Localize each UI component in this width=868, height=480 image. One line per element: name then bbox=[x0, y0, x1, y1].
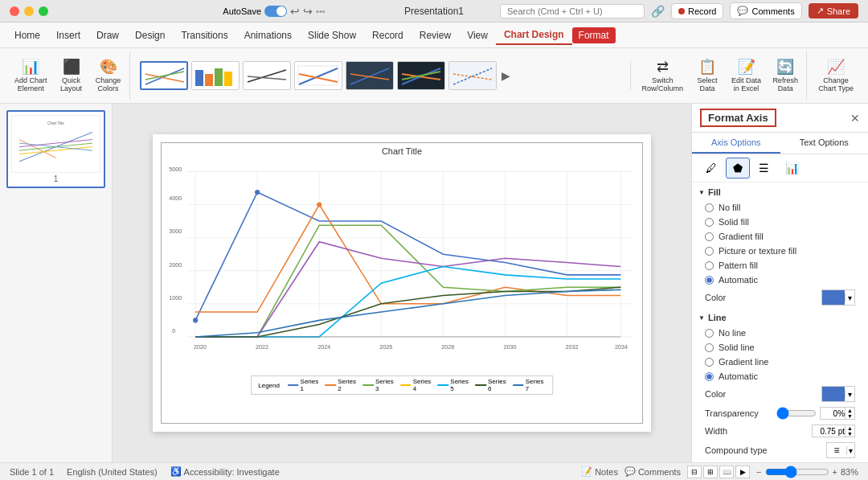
compound-type-arrow[interactable]: ▾ bbox=[846, 446, 854, 455]
comments-statusbar-button[interactable]: 💬 Comments bbox=[624, 466, 681, 477]
fill-automatic-radio[interactable] bbox=[705, 276, 714, 285]
view-buttons: ⊟ ⊞ 📖 ▶ bbox=[687, 466, 750, 478]
maximize-button[interactable] bbox=[39, 6, 48, 16]
panel-tab-text-options[interactable]: Text Options bbox=[780, 133, 869, 154]
panel-close-button[interactable]: ✕ bbox=[850, 112, 860, 125]
width-value-field[interactable] bbox=[813, 427, 845, 436]
transparency-value-field[interactable] bbox=[821, 409, 845, 418]
line-gradient-radio[interactable] bbox=[705, 358, 714, 367]
width-up-arrow[interactable]: ▲ bbox=[847, 425, 853, 431]
chart-style-2[interactable] bbox=[191, 61, 240, 90]
chart-style-5[interactable] bbox=[346, 61, 394, 90]
svg-text:Chart Title: Chart Title bbox=[47, 121, 64, 125]
fill-section-header[interactable]: ▼ Fill bbox=[692, 183, 868, 200]
width-value-input[interactable]: ▲ ▼ bbox=[812, 425, 855, 437]
panel-icon-effects[interactable]: ☰ bbox=[751, 158, 776, 178]
panel-icon-shape[interactable]: ⬟ bbox=[726, 158, 750, 178]
transparency-value-input[interactable]: ▲ ▼ bbox=[820, 407, 855, 420]
switch-row-column-button[interactable]: ⇄ SwitchRow/Column bbox=[637, 55, 689, 96]
tab-review[interactable]: Review bbox=[411, 27, 459, 44]
chart-container[interactable]: Chart Title 5000 4000 3000 2000 1000 0 bbox=[161, 142, 643, 424]
share-icon: 🔗 bbox=[651, 5, 665, 18]
line-color-swatch[interactable] bbox=[822, 387, 845, 401]
chart-style-7[interactable] bbox=[448, 61, 497, 90]
tab-chart-design[interactable]: Chart Design bbox=[496, 26, 572, 45]
width-down-arrow[interactable]: ▼ bbox=[847, 431, 853, 437]
legend-series-6: Series 6 bbox=[475, 378, 508, 392]
tab-format[interactable]: Format bbox=[572, 27, 616, 43]
panel-header: Format Axis ✕ bbox=[692, 104, 868, 133]
accessibility-status[interactable]: ♿ Accessibility: Investigate bbox=[170, 466, 280, 477]
tab-slideshow[interactable]: Slide Show bbox=[300, 27, 364, 44]
autosave-toggle[interactable] bbox=[264, 6, 287, 17]
fill-pattern-label: Pattern fill bbox=[719, 261, 758, 270]
fill-picture-radio[interactable] bbox=[705, 247, 714, 256]
panel-tab-axis-options[interactable]: Axis Options bbox=[692, 133, 780, 154]
reading-view-button[interactable]: 📖 bbox=[719, 466, 734, 478]
panel-icon-fill[interactable]: 🖊 bbox=[698, 158, 724, 178]
tab-animations[interactable]: Animations bbox=[236, 27, 300, 44]
select-data-button[interactable]: 📋 SelectData bbox=[690, 55, 725, 96]
close-button[interactable] bbox=[10, 6, 19, 16]
tab-transitions[interactable]: Transitions bbox=[173, 27, 235, 44]
edit-data-excel-button[interactable]: 📝 Edit Datain Excel bbox=[727, 55, 766, 96]
record-button[interactable]: Record bbox=[671, 3, 723, 19]
line-color-dropdown-arrow[interactable]: ▾ bbox=[845, 390, 854, 399]
share-button[interactable]: ↗ Share bbox=[809, 3, 858, 18]
line-section-header[interactable]: ▼ Line bbox=[692, 308, 868, 326]
compound-type-dropdown[interactable]: ≡ ▾ bbox=[826, 442, 855, 458]
line-section-label: Line bbox=[708, 313, 727, 322]
tab-record[interactable]: Record bbox=[364, 27, 411, 44]
transparency-up-arrow[interactable]: ▲ bbox=[847, 408, 853, 413]
normal-view-button[interactable]: ⊟ bbox=[687, 466, 702, 478]
chart-style-3[interactable] bbox=[243, 61, 291, 90]
slide-canvas[interactable]: Chart Title 5000 4000 3000 2000 1000 0 bbox=[153, 134, 651, 432]
chart-styles-scroll-right[interactable]: ▶ bbox=[500, 68, 512, 84]
zoom-out-icon[interactable]: − bbox=[756, 467, 761, 477]
svg-text:2032: 2032 bbox=[565, 343, 578, 351]
quick-layout-icon: ⬛ bbox=[63, 58, 80, 76]
line-solid-radio[interactable] bbox=[705, 343, 714, 352]
tab-home[interactable]: Home bbox=[6, 27, 48, 44]
undo-icon[interactable]: ↩ bbox=[290, 5, 300, 18]
chart-style-6[interactable] bbox=[397, 61, 445, 90]
add-chart-element-button[interactable]: 📊 Add ChartElement bbox=[10, 55, 52, 96]
notes-button[interactable]: 📝 Notes bbox=[581, 466, 618, 477]
change-chart-type-button[interactable]: 📈 ChangeChart Type bbox=[813, 55, 858, 96]
tab-design[interactable]: Design bbox=[127, 27, 173, 44]
panel-icon-axis[interactable]: 📊 bbox=[778, 158, 806, 178]
zoom-slider[interactable] bbox=[765, 466, 829, 478]
comments-button[interactable]: 💬 Comments bbox=[730, 2, 801, 19]
tab-view[interactable]: View bbox=[459, 27, 496, 44]
chart-style-1[interactable] bbox=[140, 61, 188, 90]
slide-thumbnail-1[interactable]: Chart Title 1 bbox=[6, 110, 105, 188]
search-input[interactable] bbox=[500, 4, 645, 18]
zoom-in-icon[interactable]: + bbox=[833, 467, 837, 477]
line-color-control[interactable]: ▾ bbox=[821, 386, 855, 402]
fill-color-dropdown-arrow[interactable]: ▾ bbox=[845, 293, 854, 302]
redo-icon[interactable]: ↪ bbox=[303, 5, 313, 18]
compound-type-row: Compound type ≡ ▾ bbox=[692, 440, 868, 461]
transparency-down-arrow[interactable]: ▼ bbox=[847, 413, 853, 419]
line-automatic-radio[interactable] bbox=[705, 372, 714, 381]
minimize-button[interactable] bbox=[24, 6, 34, 16]
tab-insert[interactable]: Insert bbox=[48, 27, 88, 44]
slide-sorter-button[interactable]: ⊞ bbox=[703, 466, 718, 478]
chart-style-4[interactable] bbox=[294, 61, 342, 90]
line-no-line-radio[interactable] bbox=[705, 329, 714, 338]
fill-no-fill-radio[interactable] bbox=[705, 203, 714, 212]
fill-color-swatch[interactable] bbox=[822, 290, 845, 305]
fill-solid-radio[interactable] bbox=[705, 218, 714, 227]
tab-draw[interactable]: Draw bbox=[88, 27, 127, 44]
quick-layout-button[interactable]: ⬛ QuickLayout bbox=[54, 55, 89, 96]
fill-gradient-radio[interactable] bbox=[705, 232, 714, 241]
fill-pattern-radio[interactable] bbox=[705, 261, 714, 270]
fill-color-control[interactable]: ▾ bbox=[821, 289, 855, 306]
transparency-slider[interactable] bbox=[776, 407, 817, 420]
presenter-view-button[interactable]: ▶ bbox=[735, 466, 750, 478]
chart-style-6-preview bbox=[398, 62, 444, 89]
more-options-icon[interactable]: ••• bbox=[316, 6, 326, 16]
change-colors-button[interactable]: 🎨 ChangeColors bbox=[91, 55, 126, 96]
refresh-data-button[interactable]: 🔄 RefreshData bbox=[768, 55, 803, 96]
window-controls bbox=[10, 6, 48, 16]
